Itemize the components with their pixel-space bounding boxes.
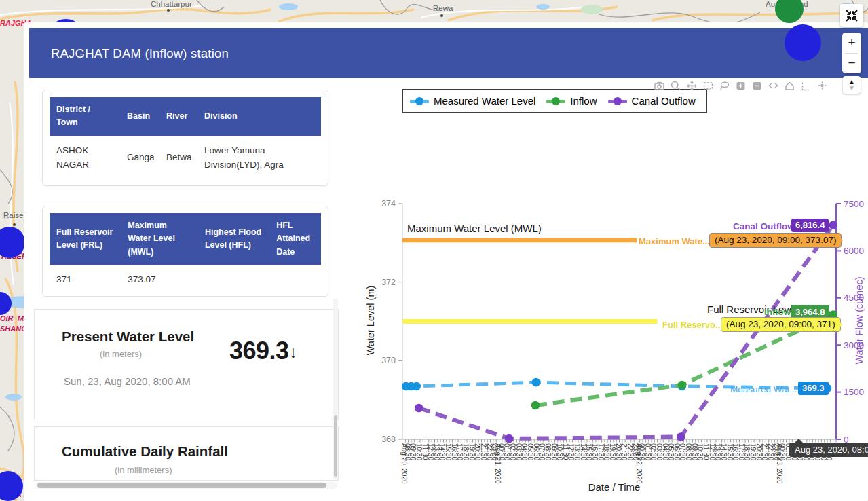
station-marker[interactable]: [785, 24, 821, 61]
reset-axes-icon[interactable]: [784, 81, 795, 91]
exit-fullscreen-button[interactable]: [840, 4, 863, 27]
station-info-card: District / TownBasinRiverDivision ASHOK …: [42, 90, 328, 186]
measured-value-badge: 369.3: [798, 382, 829, 395]
present-water-level-timestamp: Sun, 23, Aug 2020, 8:00 AM: [64, 375, 191, 387]
table-cell: Ganga: [120, 136, 159, 181]
legend-marker: [608, 96, 627, 106]
divider: [845, 53, 858, 54]
right-axis-title: Water Flow (cumec): [854, 276, 865, 364]
table-cell: [198, 265, 269, 295]
present-water-level-unit: (in meters): [100, 349, 142, 359]
box-select-icon[interactable]: [702, 81, 714, 91]
canal-outflow-value-badge: 6,816.4: [791, 219, 829, 232]
map-town-dot: [13, 223, 16, 226]
table-header-cell: HFL Attained Date: [269, 213, 321, 265]
rainfall-unit: (in millimeters): [115, 465, 172, 475]
table-header-cell: Maximum Water Level (MWL): [121, 213, 198, 265]
legend-dot: [415, 97, 423, 105]
collapse-arrows-icon: [845, 9, 858, 22]
vertical-scrollbar-track[interactable]: [333, 299, 338, 479]
legend-item-canal-outflow[interactable]: Canal Outflow: [608, 95, 696, 107]
pan-down-icon[interactable]: ▼: [848, 85, 855, 91]
legend-marker: [546, 96, 565, 106]
trend-down-arrow: ↓: [289, 342, 297, 361]
page-title: RAJGHAT DAM (Inflow) station: [51, 46, 229, 61]
horizontal-scrollbar-thumb[interactable]: [37, 483, 326, 488]
toggle-spikelines-icon[interactable]: [800, 81, 812, 91]
camera-icon[interactable]: [654, 81, 665, 91]
table-cell: ASHOK NAGAR: [50, 136, 120, 181]
x-axis-hover-tooltip: Aug 23, 2020, 08:00: [789, 443, 868, 457]
present-water-level-title: Present Water Level: [62, 329, 194, 345]
frl-tooltip: (Aug 23, 2020, 09:00, 371): [721, 317, 841, 332]
rainfall-title: Cumulative Daily Rainfall: [62, 443, 228, 460]
levels-table: Full Reservoir Level (FRL)Maximum Water …: [50, 213, 321, 295]
map-label-chhattarpur: Chhattarpur: [151, 0, 192, 8]
table-cell: Lower Yamuna Division(LYD), Agra: [197, 136, 321, 181]
map-town-dot: [167, 9, 170, 12]
legend-dot: [614, 97, 622, 105]
table-cell: 371: [50, 265, 121, 295]
vertical-scrollbar-thumb[interactable]: [334, 415, 337, 477]
map-zoom-in-button[interactable]: +: [842, 33, 861, 53]
zoom-in-icon[interactable]: [735, 81, 747, 91]
legend-item-label: Measured Water Level: [434, 95, 535, 107]
table-cell: [269, 265, 321, 295]
left-axis-title: Water Level (m): [365, 286, 376, 356]
table-header-cell: District / Town: [50, 97, 120, 136]
levels-card: Full Reservoir Level (FRL)Maximum Water …: [42, 206, 328, 297]
plotly-modebar: [654, 81, 828, 91]
table-header-cell: River: [159, 97, 197, 136]
legend-marker: [410, 96, 429, 106]
present-water-level-section: Present Water Level (in meters) 369.3↓ S…: [34, 309, 339, 420]
legend-item-measured-water-level[interactable]: Measured Water Level: [410, 95, 535, 107]
zoom-icon[interactable]: [670, 81, 681, 91]
canal-outflow-label: Canal Outflow: [733, 221, 795, 231]
app-window: ChhattarpurRewaAurangabadRaisenRAJGHARES…: [0, 0, 868, 501]
map-town-dot: [440, 14, 443, 17]
table-cell: 373.07: [121, 265, 198, 295]
rainfall-section: Cumulative Daily Rainfall (in millimeter…: [34, 426, 339, 481]
map-green-area: [581, 5, 603, 14]
pan-icon[interactable]: [686, 81, 698, 91]
table-header-cell: Highest Flood Level (HFL): [198, 213, 269, 265]
hover-closest-icon[interactable]: [816, 81, 828, 91]
map-zoom-out-button[interactable]: −: [842, 53, 861, 73]
map-label-rewa: Rewa: [433, 4, 453, 12]
present-water-level-value: 369.3↓: [229, 337, 297, 365]
legend-dot: [552, 97, 560, 105]
horizontal-scrollbar-track[interactable]: [35, 482, 337, 489]
lasso-select-icon[interactable]: [719, 81, 730, 91]
inflow-label: Inflow: [764, 307, 791, 317]
mwl-annotation: Maximum Water Level (MWL): [407, 223, 542, 234]
mwl-line-label: Maximum Wate...: [639, 236, 710, 246]
mwl-tooltip: (Aug 23, 2020, 09:00, 373.07): [709, 233, 842, 248]
measured-label: Measured Wat...: [730, 384, 797, 394]
zoom-out-icon[interactable]: [751, 81, 763, 91]
legend-item-label: Canal Outflow: [632, 95, 696, 107]
legend-item-label: Inflow: [570, 95, 597, 107]
table-header-cell: Full Reservoir Level (FRL): [50, 213, 121, 265]
map-pan-control[interactable]: ▲ ▼: [843, 76, 861, 94]
map-zoom-control: + −: [842, 33, 861, 73]
table-cell: Betwa: [159, 136, 197, 181]
x-axis-title: Date / Time: [588, 481, 641, 493]
frl-line-label: Full Reservo...: [662, 320, 723, 330]
legend-item-inflow[interactable]: Inflow: [546, 95, 597, 107]
chart-legend: Measured Water LevelInflowCanal Outflow: [402, 89, 707, 113]
table-header-cell: Division: [197, 97, 321, 136]
station-info-table: District / TownBasinRiverDivision ASHOK …: [50, 97, 321, 181]
autoscale-icon[interactable]: [768, 81, 779, 91]
table-header-cell: Basin: [120, 97, 159, 136]
